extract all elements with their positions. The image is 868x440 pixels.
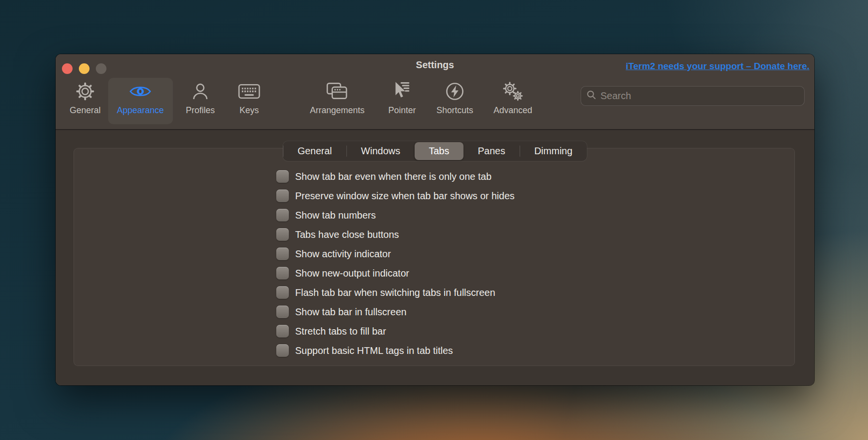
- window-header: Settings iTerm2 needs your support – Don…: [56, 54, 814, 130]
- checkbox[interactable]: [276, 286, 289, 299]
- checkbox-list: Show tab bar even when there is only one…: [276, 167, 515, 360]
- checkbox-label: Show activity indicator: [295, 249, 391, 260]
- tab-segment[interactable]: Tabs: [415, 142, 463, 160]
- tab-segment-label: Panes: [478, 146, 505, 157]
- checkbox[interactable]: [276, 228, 289, 241]
- donate-link[interactable]: iTerm2 needs your support – Donate here.: [626, 61, 809, 72]
- keyboard-icon: [238, 79, 261, 103]
- checkbox-label: Stretch tabs to fill bar: [295, 326, 386, 337]
- checkbox-row: Flash tab bar when switching tabs in ful…: [276, 283, 515, 302]
- search-icon: [586, 90, 597, 102]
- checkbox-row: Show tab bar even when there is only one…: [276, 167, 515, 186]
- checkbox-label: Preserve window size when tab bar shows …: [295, 191, 515, 202]
- checkbox-label: Show tab bar even when there is only one…: [295, 171, 492, 182]
- search-field[interactable]: [581, 86, 805, 106]
- tab-segment[interactable]: General: [283, 141, 346, 161]
- toolbar-item-label: Appearance: [117, 105, 164, 116]
- toolbar-item-label: Advanced: [494, 105, 532, 116]
- lightning-icon: [444, 79, 465, 103]
- checkbox[interactable]: [276, 344, 289, 357]
- cursor-icon: [391, 79, 413, 103]
- checkbox[interactable]: [276, 267, 289, 279]
- windows-icon: [326, 79, 349, 103]
- checkbox-row: Show activity indicator: [276, 244, 515, 264]
- toolbar-item-label: Keys: [239, 105, 259, 116]
- toolbar-item[interactable]: Shortcuts: [436, 79, 473, 116]
- toolbar-item[interactable]: Keys: [238, 79, 261, 116]
- toolbar-item-label: Profiles: [186, 105, 215, 116]
- checkbox-row: Show tab numbers: [276, 205, 515, 225]
- checkbox-label: Flash tab bar when switching tabs in ful…: [295, 287, 495, 298]
- toolbar-item-label: Shortcuts: [436, 105, 473, 116]
- checkbox-label: Show new-output indicator: [295, 268, 409, 279]
- appearance-pane: General Windows Tabs Panes Dimming: [56, 130, 814, 385]
- tab-segment-label: Tabs: [429, 146, 449, 157]
- tab-segment[interactable]: Dimming: [520, 141, 587, 161]
- toolbar-item[interactable]: Appearance: [117, 79, 164, 116]
- checkbox[interactable]: [276, 306, 289, 318]
- checkbox-row: Preserve window size when tab bar shows …: [276, 186, 515, 205]
- checkbox-row: Stretch tabs to fill bar: [276, 322, 515, 341]
- toolbar-item[interactable]: Advanced: [494, 79, 532, 116]
- toolbar-item[interactable]: Pointer: [388, 79, 416, 116]
- settings-window: Settings iTerm2 needs your support – Don…: [56, 54, 814, 385]
- checkbox-row: Show new-output indicator: [276, 264, 515, 283]
- tab-segment-label: Windows: [361, 146, 400, 157]
- checkbox[interactable]: [276, 209, 289, 221]
- checkbox-row: Show tab bar in fullscreen: [276, 302, 515, 322]
- tab-segment[interactable]: Windows: [346, 141, 415, 161]
- tab-segment[interactable]: Panes: [463, 141, 520, 161]
- tab-segment-label: General: [298, 146, 332, 157]
- toolbar-item-label: General: [70, 105, 101, 116]
- checkbox[interactable]: [276, 190, 289, 202]
- checkbox-label: Show tab numbers: [295, 210, 376, 221]
- gear-icon: [75, 79, 96, 103]
- tab-segment-label: Dimming: [534, 146, 572, 157]
- checkbox[interactable]: [276, 248, 289, 260]
- checkbox[interactable]: [276, 325, 289, 337]
- eye-icon: [129, 79, 151, 103]
- checkbox-label: Show tab bar in fullscreen: [295, 307, 406, 318]
- toolbar-item-label: Arrangements: [310, 105, 364, 116]
- checkbox[interactable]: [276, 170, 289, 183]
- checkbox-label: Support basic HTML tags in tab titles: [295, 345, 453, 356]
- toolbar-item[interactable]: Profiles: [186, 79, 215, 116]
- person-icon: [190, 79, 211, 103]
- double-gear-icon: [502, 79, 524, 103]
- toolbar-item-label: Pointer: [388, 105, 416, 116]
- checkbox-label: Tabs have close buttons: [295, 229, 399, 240]
- checkbox-row: Tabs have close buttons: [276, 225, 515, 244]
- toolbar-item[interactable]: Arrangements: [310, 79, 364, 116]
- toolbar-item[interactable]: General: [70, 79, 101, 116]
- search-input[interactable]: [600, 90, 799, 102]
- tab-bar: General Windows Tabs Panes Dimming: [283, 141, 587, 161]
- checkbox-row: Support basic HTML tags in tab titles: [276, 341, 515, 360]
